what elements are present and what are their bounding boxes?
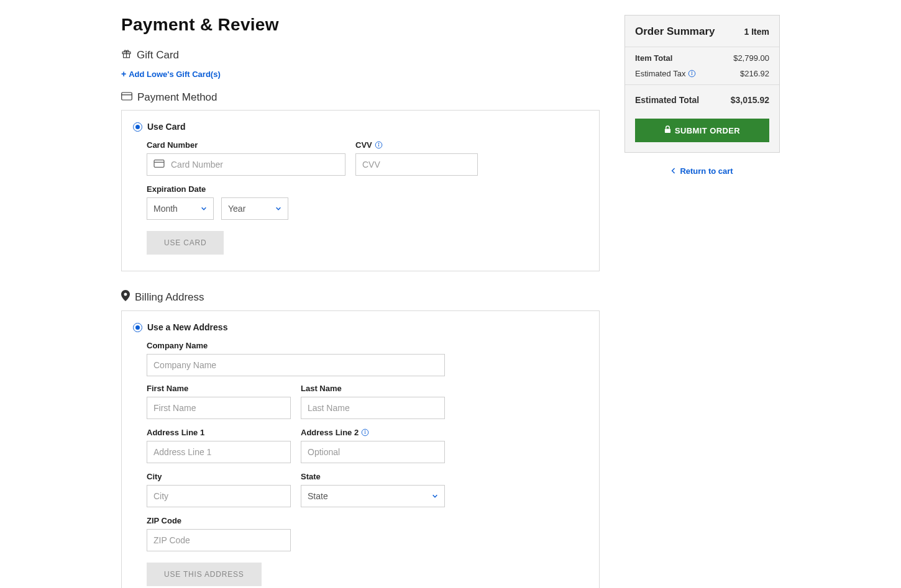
cvv-input[interactable] xyxy=(355,153,478,176)
order-summary-item-count: 1 Item xyxy=(744,27,769,37)
use-new-address-radio[interactable] xyxy=(133,323,142,332)
lock-icon xyxy=(664,125,671,135)
order-summary-heading: Order Summary xyxy=(635,25,715,38)
chevron-down-icon xyxy=(432,491,438,501)
tax-value: $216.92 xyxy=(740,69,769,78)
location-pin-icon xyxy=(121,290,130,304)
credit-card-icon xyxy=(121,91,132,104)
est-total-label: Estimated Total xyxy=(635,95,699,105)
use-card-radio-label: Use Card xyxy=(147,122,185,132)
cvv-label: CVV xyxy=(355,140,478,150)
payment-method-heading: Payment Method xyxy=(137,91,217,104)
zip-label: ZIP Code xyxy=(147,516,588,525)
city-label: City xyxy=(147,472,291,481)
payment-method-section-header: Payment Method xyxy=(121,91,600,104)
billing-heading: Billing Address xyxy=(135,291,204,304)
svg-rect-5 xyxy=(154,160,164,168)
chevron-down-icon xyxy=(275,204,281,214)
svg-rect-16 xyxy=(665,129,670,133)
return-to-cart-link[interactable]: Return to cart xyxy=(624,166,780,176)
svg-rect-3 xyxy=(122,93,132,100)
card-number-input[interactable] xyxy=(165,154,339,175)
first-name-input[interactable] xyxy=(147,397,291,419)
gift-icon xyxy=(121,48,132,62)
item-total-value: $2,799.00 xyxy=(733,53,769,63)
tax-label: Estimated Tax xyxy=(635,69,685,78)
page-title: Payment & Review xyxy=(121,15,600,35)
city-input[interactable] xyxy=(147,485,291,507)
last-name-label: Last Name xyxy=(301,384,445,393)
info-icon[interactable] xyxy=(361,428,369,436)
use-card-radio[interactable] xyxy=(133,122,142,132)
use-card-button[interactable]: USE CARD xyxy=(147,231,224,255)
gift-card-heading: Gift Card xyxy=(137,49,179,61)
add-gift-card-label: Add Lowe's Gift Card(s) xyxy=(129,70,221,79)
expiration-label: Expiration Date xyxy=(147,184,588,194)
svg-point-15 xyxy=(692,72,692,73)
card-number-field-wrap xyxy=(147,153,345,176)
state-label: State xyxy=(301,472,445,481)
submit-order-button[interactable]: SUBMIT ORDER xyxy=(635,119,769,142)
first-name-label: First Name xyxy=(147,384,291,393)
address1-label: Address Line 1 xyxy=(147,428,291,437)
state-select-value: State xyxy=(308,491,328,501)
company-label: Company Name xyxy=(147,341,588,350)
info-icon[interactable] xyxy=(375,141,383,149)
year-select[interactable]: Year xyxy=(221,197,288,220)
chevron-left-icon xyxy=(671,166,676,176)
billing-section-header: Billing Address xyxy=(121,290,600,304)
payment-method-box: Use Card Card Number xyxy=(121,110,600,271)
address2-input[interactable] xyxy=(301,441,445,463)
use-new-address-label: Use a New Address xyxy=(147,322,227,332)
address1-input[interactable] xyxy=(147,441,291,463)
card-number-label: Card Number xyxy=(147,140,345,150)
address2-label: Address Line 2 xyxy=(301,428,445,437)
billing-box: Use a New Address Company Name First Nam… xyxy=(121,310,600,588)
add-gift-card-link[interactable]: + Add Lowe's Gift Card(s) xyxy=(121,69,221,79)
company-input[interactable] xyxy=(147,354,445,376)
month-select-value: Month xyxy=(153,204,178,214)
zip-input[interactable] xyxy=(147,529,291,551)
card-small-icon xyxy=(153,159,165,170)
item-total-label: Item Total xyxy=(635,53,672,63)
year-select-value: Year xyxy=(228,204,245,214)
last-name-input[interactable] xyxy=(301,397,445,419)
return-to-cart-label: Return to cart xyxy=(680,166,733,176)
info-icon[interactable] xyxy=(688,70,696,78)
gift-card-section-header: Gift Card xyxy=(121,48,600,62)
plus-icon: + xyxy=(121,69,126,79)
svg-point-9 xyxy=(378,143,379,144)
state-select[interactable]: State xyxy=(301,485,445,507)
est-total-value: $3,015.92 xyxy=(731,95,769,105)
month-select[interactable]: Month xyxy=(147,197,214,220)
chevron-down-icon xyxy=(201,204,207,214)
svg-point-12 xyxy=(365,431,365,432)
use-address-button[interactable]: USE THIS ADDRESS xyxy=(147,563,262,586)
order-summary-box: Order Summary 1 Item Item Total $2,799.0… xyxy=(624,15,780,153)
submit-order-label: SUBMIT ORDER xyxy=(675,126,740,135)
